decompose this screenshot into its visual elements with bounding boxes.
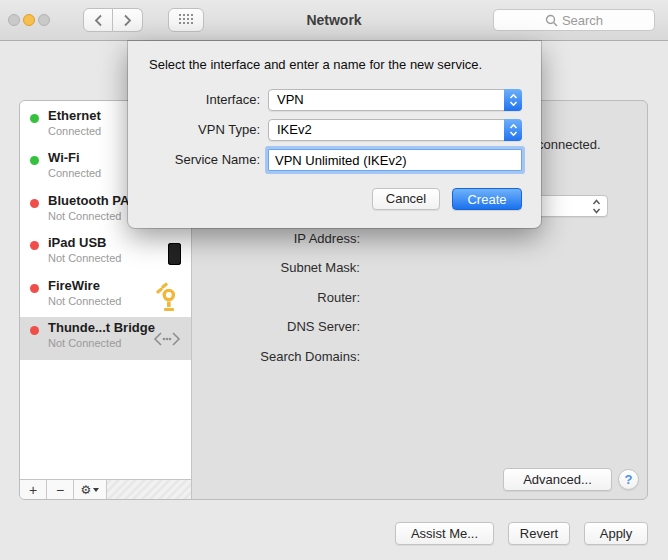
service-name-row: Service Name: (128, 149, 541, 171)
advanced-button[interactable]: Advanced... (503, 468, 612, 491)
create-button[interactable]: Create (452, 188, 522, 210)
sheet-message: Select the interface and enter a name fo… (149, 57, 523, 72)
window-toolbar: Network Search (0, 0, 668, 41)
new-service-sheet: Select the interface and enter a name fo… (128, 41, 541, 228)
vpn-type-row: VPN Type: IKEv2 (128, 119, 541, 141)
service-status: Connected (48, 167, 101, 179)
interface-row: Interface: VPN (128, 89, 541, 111)
service-status: Not Connected (48, 252, 121, 264)
list-toolbar-filler (107, 480, 191, 499)
subnet-mask-label: Subnet Mask: (200, 260, 360, 275)
search-icon (545, 14, 558, 27)
service-name: Wi-Fi (48, 150, 80, 165)
service-name: Ethernet (48, 108, 101, 123)
service-name: Bluetooth PAN (48, 193, 139, 208)
firewire-icon (155, 282, 181, 312)
service-status: Not Connected (48, 337, 121, 349)
vpn-type-popup-value: IKEv2 (277, 122, 312, 137)
interface-popup-value: VPN (277, 92, 304, 107)
service-status: Not Connected (48, 210, 121, 222)
popup-steppers-icon (504, 119, 522, 141)
status-dot-not-connected (30, 199, 39, 208)
connection-status-fragment: connected. (537, 137, 601, 152)
service-list-toolbar: + − ⚙ (20, 479, 192, 499)
forward-button[interactable] (113, 8, 143, 32)
service-row-ipad-usb[interactable]: iPad USB Not Connected (20, 232, 191, 275)
nav-button-group (83, 8, 143, 32)
interface-popup[interactable]: VPN (268, 89, 522, 111)
service-status: Not Connected (48, 295, 121, 307)
cancel-button[interactable]: Cancel (372, 188, 440, 210)
status-dot-connected (30, 114, 39, 123)
revert-button[interactable]: Revert (508, 522, 570, 545)
status-dot-connected (30, 156, 39, 165)
service-name: Thunde...t Bridge (48, 320, 155, 335)
apply-button[interactable]: Apply (584, 522, 648, 545)
help-button[interactable]: ? (618, 469, 639, 490)
chevron-left-icon (94, 14, 103, 27)
back-button[interactable] (83, 8, 113, 32)
ip-address-label: IP Address: (200, 231, 360, 246)
service-row-firewire[interactable]: FireWire Not Connected (20, 275, 191, 318)
service-name: iPad USB (48, 235, 107, 250)
add-service-button[interactable]: + (20, 480, 47, 499)
service-name-input[interactable] (268, 149, 522, 171)
chevron-right-icon (123, 14, 132, 27)
grid-icon (179, 14, 194, 27)
vpn-type-popup[interactable]: IKEv2 (268, 119, 522, 141)
service-name-label: Service Name: (128, 152, 260, 167)
gear-icon: ⚙ (81, 483, 92, 497)
action-menu-button[interactable]: ⚙ (74, 480, 107, 499)
vpn-type-label: VPN Type: (128, 122, 260, 137)
ipad-icon (168, 243, 181, 265)
thunderbolt-bridge-icon (153, 330, 181, 348)
search-input[interactable]: Search (493, 9, 655, 31)
service-name: FireWire (48, 278, 100, 293)
status-dot-not-connected (30, 284, 39, 293)
assist-me-button[interactable]: Assist Me... (395, 522, 494, 545)
dns-server-label: DNS Server: (200, 319, 360, 334)
interface-label: Interface: (128, 92, 260, 107)
router-label: Router: (200, 290, 360, 305)
popup-steppers-icon (592, 199, 601, 214)
search-domains-label: Search Domains: (200, 349, 360, 364)
status-dot-not-connected (30, 326, 39, 335)
status-dot-not-connected (30, 241, 39, 250)
search-placeholder: Search (562, 13, 603, 28)
remove-service-button[interactable]: − (47, 480, 74, 499)
service-row-thunderbolt-bridge[interactable]: Thunde...t Bridge Not Connected (20, 317, 191, 360)
chevron-down-icon (93, 488, 99, 492)
show-all-button[interactable] (168, 8, 204, 32)
service-status: Connected (48, 125, 101, 137)
popup-steppers-icon (504, 89, 522, 111)
